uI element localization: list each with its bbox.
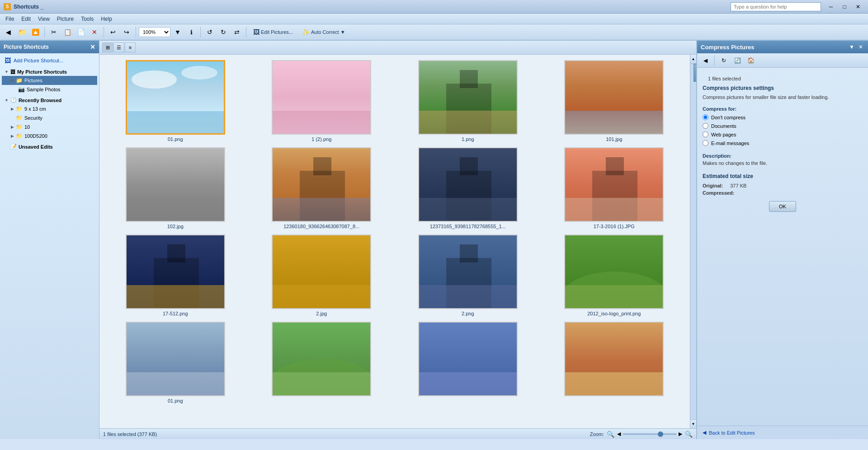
zoom-slider[interactable] [623,433,677,435]
list-view-button[interactable]: ☰ [113,42,124,52]
sidebar-item-sample-photos[interactable]: 📷 Sample Photos [2,85,97,94]
zoom-next-button[interactable]: ▶ [679,431,682,437]
gallery-item[interactable]: 2012_iso-logo_print.png [544,234,685,316]
radio-web-pages[interactable]: Web pages [703,131,863,137]
add-picture-shortcut-button[interactable]: 🖼 Add Picture Shortcut... [2,55,97,66]
maximize-button[interactable]: □ [838,0,851,13]
sidebar-item-pictures[interactable]: ▶ 📁 Pictures [2,76,97,85]
9x13-label: 9 x 13 cm [24,106,46,112]
gallery-label: 2012_iso-logo_print.png [587,311,641,316]
zoom-out-button[interactable]: 🔍 [607,431,614,438]
compress-rotate-cw-button[interactable]: ↻ [717,54,730,67]
gallery-item[interactable]: 1.png [397,60,538,142]
back-button[interactable]: ◀ [2,26,14,38]
compress-back-nav-button[interactable]: ◀ [699,54,712,67]
menu-picture[interactable]: Picture [53,15,77,23]
compress-sep [714,55,715,66]
menu-file[interactable]: File [2,15,18,23]
auto-correct-button[interactable]: ✨ Auto Correct ▼ [298,26,349,38]
compress-close-button[interactable]: ✕ [857,43,864,51]
gallery-item[interactable]: 1 (2).png [251,60,392,142]
scroll-up-button[interactable]: ▲ [690,55,697,64]
gallery-item[interactable]: 17-512.png [105,234,246,316]
zoom-dropdown-button[interactable]: ▼ [171,26,184,38]
gallery-item[interactable]: 101.jpg [544,60,685,142]
sidebar: Picture Shortcuts ✕ 🖼 Add Picture Shortc… [0,41,99,439]
sample-photos-label: Sample Photos [27,87,61,92]
compress-body: 1 files selected Compress pictures setti… [697,68,868,426]
gallery-item[interactable]: 01.png [105,60,246,142]
menu-view[interactable]: View [34,15,53,23]
radio-dont-compress[interactable]: Don't compress [703,114,863,120]
scroll-down-button[interactable]: ▼ [690,419,697,428]
gallery-item[interactable] [251,322,392,403]
gallery-area[interactable]: 01.png1 (2).png1.png101.jpg102.jpg123601… [99,55,690,428]
close-button[interactable]: ✕ [852,0,864,13]
up-button[interactable]: 🔼 [29,26,42,38]
security-label: Security [24,115,42,121]
gallery-thumbnail [272,147,371,222]
gallery-thumbnail [126,147,225,222]
compress-home-button[interactable]: 🏠 [745,54,757,67]
zoom-in-button[interactable]: 🔍 [685,431,693,438]
svg-rect-25 [565,198,664,222]
recently-icon: 🕐 [10,97,17,103]
back-to-edit-pictures-link[interactable]: ◀ Back to Edit Pictures [697,426,868,439]
recently-browsed-header[interactable]: ▼ 🕐 Recently Browsed [2,96,97,104]
gallery-item[interactable] [397,322,538,403]
sidebar-item-9x13[interactable]: ▶ 📁 9 x 13 cm [2,104,97,113]
unsaved-edits-header[interactable]: ▼ 📝 Unsaved Edits [2,142,97,151]
gallery-item[interactable]: 01.png [105,322,246,403]
compress-minimize-button[interactable]: ▼ [848,43,855,51]
delete-button[interactable]: ✕ [88,26,101,38]
gallery-item[interactable]: 2.jpg [251,234,392,316]
redo-button[interactable]: ↪ [120,26,133,38]
zoom-prev-button[interactable]: ◀ [617,431,621,437]
thumbnails-view-button[interactable]: ⊞ [102,42,113,52]
help-input[interactable] [731,2,821,11]
cut-button[interactable]: ✂ [47,26,60,38]
rotate-right-button[interactable]: ↻ [217,26,230,38]
minimize-button[interactable]: ─ [825,0,837,13]
ok-button[interactable]: OK [769,201,796,212]
menu-help[interactable]: Help [97,15,116,23]
flip-button[interactable]: ⇄ [231,26,243,38]
radio-documents[interactable]: Documents [703,123,863,129]
gallery-item[interactable]: 102.jpg [105,147,246,229]
scrollbar[interactable]: ▲ ▼ [690,55,696,428]
gallery-item[interactable]: 12373165_939811782768555_1... [397,147,538,229]
rotate-left-button[interactable]: ↺ [203,26,216,38]
compress-original-size-row: Original: 377 KB [703,183,863,188]
gallery-label: 01.png [168,136,183,142]
compress-flip-button[interactable]: 🔄 [731,54,744,67]
svg-rect-5 [273,111,371,135]
copy-button[interactable]: 📋 [61,26,74,38]
folder-icon: 📁 [16,133,23,139]
expander-icon: ▼ [5,70,9,74]
scroll-thumb[interactable] [693,64,697,82]
edit-pictures-button[interactable]: 🖼 Edit Pictures... [249,26,297,38]
radio-email-messages[interactable]: E-mail messages [703,140,863,146]
gallery-item[interactable]: 17-3-2016 (1).JPG [544,147,685,229]
unsaved-edits-label: Unsaved Edits [19,144,53,150]
details-view-button[interactable]: ≡ [125,42,136,52]
paste-button[interactable]: 📄 [75,26,87,38]
sidebar-item-100d5200[interactable]: ▶ 📁 100D5200 [2,131,97,141]
sidebar-item-10[interactable]: ▶ 📁 10 [2,122,97,131]
svg-rect-47 [565,372,664,396]
gallery-item[interactable] [544,322,685,403]
sidebar-item-security[interactable]: ▶ 📁 Security [2,113,97,122]
folder-icon: 🖼 [10,69,15,75]
sidebar-close-button[interactable]: ✕ [90,43,95,51]
sidebar-title: Picture Shortcuts [4,44,49,50]
undo-button[interactable]: ↩ [107,26,119,38]
folder-button[interactable]: 📁 [15,26,28,38]
zoom-thumb [658,431,663,437]
gallery-item[interactable]: 2.png [397,234,538,316]
zoom-select[interactable]: 100% 75% 50% 25% [139,27,170,37]
menu-edit[interactable]: Edit [18,15,34,23]
zoom-info-button[interactable]: ℹ [185,26,198,38]
gallery-item[interactable]: 12360180_936626463087087_8... [251,147,392,229]
menu-tools[interactable]: Tools [77,15,97,23]
my-shortcuts-header[interactable]: ▼ 🖼 My Picture Shortcuts [2,68,97,76]
